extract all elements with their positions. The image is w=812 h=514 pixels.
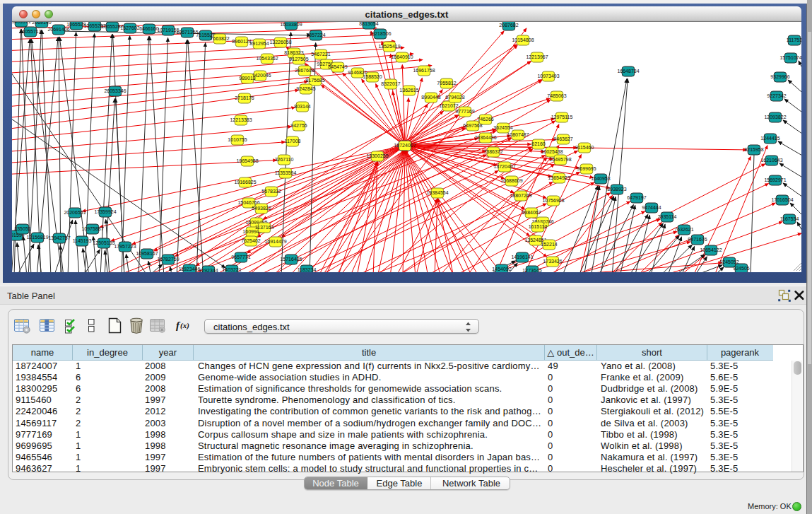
svg-text:1362615: 1362615: [399, 88, 418, 93]
svg-text:746266: 746266: [477, 117, 493, 122]
svg-text:10756928: 10756928: [542, 198, 564, 203]
svg-text:9384067: 9384067: [522, 210, 541, 215]
svg-text:15692971: 15692971: [764, 177, 786, 182]
svg-text:1292344: 1292344: [199, 268, 218, 272]
svg-text:7625402: 7625402: [241, 238, 260, 243]
svg-text:10958167: 10958167: [136, 251, 158, 256]
svg-text:7485063: 7485063: [547, 93, 566, 98]
svg-text:12975115: 12975115: [551, 115, 573, 119]
svg-text:1454092: 1454092: [492, 267, 511, 271]
svg-text:19218506: 19218506: [369, 31, 391, 36]
svg-text:12156819: 12156819: [26, 235, 48, 240]
svg-text:6794028: 6794028: [445, 95, 464, 100]
svg-text:2867608: 2867608: [295, 68, 314, 73]
svg-text:135051: 135051: [14, 226, 30, 231]
svg-text:1244415: 1244415: [760, 136, 779, 141]
svg-text:20206551: 20206551: [64, 210, 86, 215]
svg-text:5578332: 5578332: [261, 189, 281, 194]
svg-text:13300235: 13300235: [366, 153, 388, 158]
svg-text:1137164: 1137164: [255, 225, 274, 230]
svg-text:10688609: 10688609: [500, 178, 522, 183]
svg-text:8175685: 8175685: [305, 78, 324, 83]
svg-text:16648784: 16648784: [617, 69, 639, 74]
svg-text:17359924: 17359924: [94, 209, 116, 214]
svg-text:7632621: 7632621: [674, 227, 693, 232]
svg-text:9699695: 9699695: [577, 166, 596, 171]
svg-text:8215958: 8215958: [744, 147, 763, 152]
svg-text:12213383: 12213383: [230, 117, 252, 122]
svg-text:1527602: 1527602: [120, 25, 139, 30]
svg-text:989013: 989013: [239, 76, 255, 81]
svg-text:15751074: 15751074: [779, 55, 801, 60]
svg-text:6466160: 6466160: [139, 26, 158, 31]
svg-text:10975887: 10975887: [81, 226, 103, 231]
svg-text:17957223: 17957223: [114, 244, 136, 249]
svg-text:1615112: 1615112: [529, 224, 548, 229]
svg-text:10807487: 10807487: [507, 132, 529, 137]
svg-text:26053346: 26053346: [104, 88, 126, 93]
svg-text:5493822: 5493822: [252, 206, 271, 211]
svg-text:13525419: 13525419: [378, 44, 400, 49]
svg-text:16961758: 16961758: [413, 68, 435, 73]
svg-text:5467231: 5467231: [311, 52, 330, 57]
svg-text:9463627: 9463627: [553, 136, 572, 141]
svg-text:8471676: 8471676: [688, 237, 707, 242]
svg-text:8938923: 8938923: [607, 187, 626, 192]
svg-text:152214: 152214: [541, 242, 557, 247]
svg-text:16914479: 16914479: [264, 239, 286, 244]
svg-text:2087682: 2087682: [499, 23, 518, 28]
svg-text:13654923: 13654923: [548, 175, 570, 180]
svg-text:1621072: 1621072: [439, 103, 458, 108]
svg-text:8454749: 8454749: [328, 64, 347, 69]
svg-text:9242845: 9242845: [296, 86, 315, 91]
svg-text:15716485: 15716485: [280, 257, 302, 262]
svg-text:1733426: 1733426: [543, 259, 562, 264]
svg-text:13720407: 13720407: [493, 164, 515, 169]
svg-text:11353594: 11353594: [275, 170, 297, 175]
svg-text:1010755: 1010755: [228, 137, 247, 142]
svg-text:1403221: 1403221: [222, 267, 241, 272]
svg-text:9329966: 9329966: [770, 74, 789, 79]
svg-text:62160: 62160: [531, 141, 546, 146]
svg-text:13942757: 13942757: [48, 235, 70, 240]
svg-text:20691406: 20691406: [47, 27, 69, 32]
svg-text:1588520: 1588520: [363, 74, 382, 79]
svg-text:924505: 924505: [733, 266, 749, 271]
svg-text:3267110: 3267110: [275, 157, 294, 162]
svg-text:16782759: 16782759: [157, 257, 179, 262]
svg-text:7357224: 7357224: [306, 33, 325, 37]
svg-text:(x): (x): [180, 321, 189, 330]
svg-text:16640910: 16640910: [391, 54, 413, 59]
svg-text:10973493: 10973493: [537, 74, 559, 78]
svg-text:19654988: 19654988: [236, 158, 258, 163]
svg-text:18724007: 18724007: [394, 143, 416, 148]
svg-text:19166825: 19166825: [234, 180, 256, 185]
svg-text:8960124: 8960124: [232, 39, 251, 44]
svg-text:6497568: 6497568: [463, 123, 482, 128]
svg-text:12505135: 12505135: [93, 240, 114, 245]
svg-text:15495798: 15495798: [549, 157, 571, 162]
svg-text:8322017: 8322017: [381, 81, 400, 86]
svg-text:9657771: 9657771: [231, 255, 250, 259]
svg-text:1640953: 1640953: [591, 176, 610, 181]
svg-text:1405571: 1405571: [12, 22, 31, 24]
svg-text:8813054: 8813054: [359, 22, 378, 26]
svg-text:18807249: 18807249: [510, 193, 531, 198]
svg-text:11923446: 11923446: [179, 267, 201, 271]
svg-text:16033809: 16033809: [280, 22, 302, 27]
svg-text:9474444: 9474444: [642, 205, 661, 210]
svg-text:17016504: 17016504: [771, 197, 793, 202]
svg-text:10671355: 10671355: [176, 30, 198, 35]
svg-text:9777169: 9777169: [455, 109, 474, 114]
svg-text:10154808: 10154808: [512, 37, 534, 42]
svg-text:9127505: 9127505: [289, 57, 308, 62]
svg-text:12093822: 12093822: [764, 115, 786, 119]
svg-text:19384554: 19384554: [426, 190, 448, 195]
svg-text:942755: 942755: [290, 123, 307, 128]
svg-text:803144: 803144: [294, 104, 310, 109]
svg-text:13226058: 13226058: [269, 40, 291, 45]
svg-text:10654122: 10654122: [700, 247, 722, 252]
svg-text:2935114: 2935114: [658, 214, 677, 219]
svg-text:10025438: 10025438: [541, 149, 563, 154]
svg-text:10543362: 10543362: [256, 56, 278, 61]
